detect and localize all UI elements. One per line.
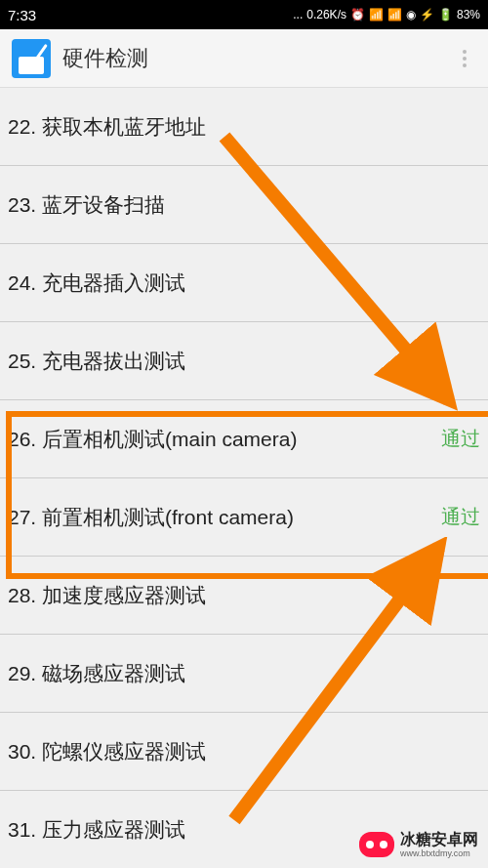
list-item[interactable]: 22. 获取本机蓝牙地址: [0, 88, 488, 166]
status-speed: 0.26K/s: [306, 8, 346, 21]
menu-icon[interactable]: [453, 50, 476, 67]
watermark-icon: [359, 832, 394, 857]
item-label: 23. 蓝牙设备扫描: [8, 191, 480, 219]
list-item[interactable]: 23. 蓝牙设备扫描: [0, 166, 488, 244]
item-label: 27. 前置相机测试(front camera): [8, 504, 441, 531]
wifi-icon: ◉: [406, 8, 416, 21]
item-label: 22. 获取本机蓝牙地址: [8, 113, 480, 141]
item-label: 24. 充电器插入测试: [8, 269, 480, 297]
flash-icon: ⚡: [420, 8, 434, 21]
watermark: 冰糖安卓网 www.btxtdmy.com: [359, 830, 478, 858]
item-label: 26. 后置相机测试(main camera): [8, 426, 441, 453]
list-item[interactable]: 26. 后置相机测试(main camera) 通过: [0, 400, 488, 478]
status-time: 7:33: [8, 7, 36, 23]
battery-icon: 🔋: [438, 8, 453, 21]
list-item[interactable]: 28. 加速度感应器测试: [0, 557, 488, 635]
battery-percent: 83%: [457, 8, 480, 21]
item-status: 通过: [441, 426, 480, 452]
list-item[interactable]: 25. 充电器拔出测试: [0, 322, 488, 400]
status-icons: ... 0.26K/s ⏰ 📶 📶 ◉ ⚡ 🔋 83%: [293, 8, 480, 21]
app-bar: 硬件检测: [0, 29, 488, 88]
item-label: 25. 充电器拔出测试: [8, 348, 480, 375]
test-list: 22. 获取本机蓝牙地址 23. 蓝牙设备扫描 24. 充电器插入测试 25. …: [0, 88, 488, 868]
status-dots: ...: [293, 8, 303, 21]
item-label: 28. 加速度感应器测试: [8, 582, 480, 609]
app-title: 硬件检测: [62, 44, 453, 73]
item-status: 通过: [441, 504, 480, 530]
alarm-icon: ⏰: [350, 8, 365, 21]
watermark-url: www.btxtdmy.com: [400, 848, 478, 858]
item-label: 29. 磁场感应器测试: [8, 660, 480, 687]
item-label: 30. 陀螺仪感应器测试: [8, 738, 480, 765]
status-bar: 7:33 ... 0.26K/s ⏰ 📶 📶 ◉ ⚡ 🔋 83%: [0, 0, 488, 29]
list-item[interactable]: 27. 前置相机测试(front camera) 通过: [0, 478, 488, 557]
watermark-text: 冰糖安卓网: [400, 831, 478, 847]
signal-icon-2: 📶: [387, 8, 402, 21]
list-item[interactable]: 29. 磁场感应器测试: [0, 635, 488, 713]
signal-icon: 📶: [369, 8, 384, 21]
list-item[interactable]: 30. 陀螺仪感应器测试: [0, 713, 488, 791]
list-item[interactable]: 24. 充电器插入测试: [0, 244, 488, 322]
app-icon: [12, 39, 51, 78]
